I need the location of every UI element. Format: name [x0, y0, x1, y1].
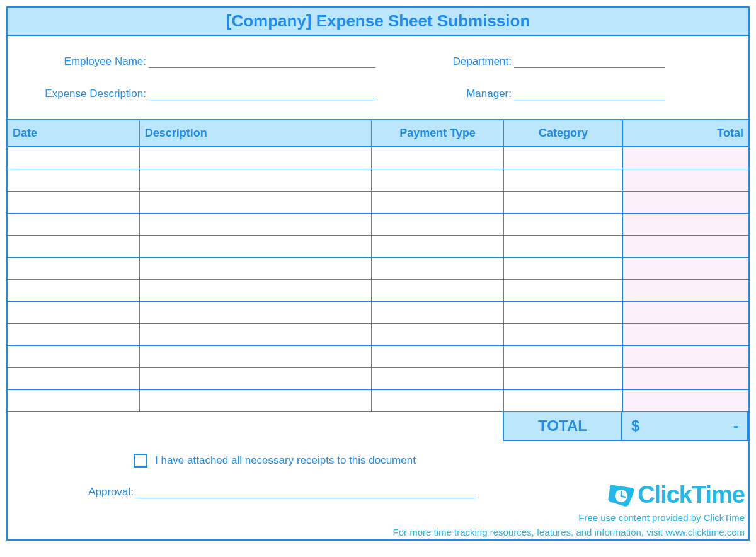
table-cell[interactable] [623, 368, 748, 390]
table-cell[interactable] [372, 258, 503, 280]
expense-description-input[interactable] [149, 87, 375, 100]
table-cell[interactable] [623, 214, 748, 236]
table-row [8, 324, 748, 346]
table-cell[interactable] [503, 258, 623, 280]
table-cell[interactable] [8, 258, 139, 280]
col-total: Total [623, 120, 748, 147]
table-cell[interactable] [503, 390, 623, 412]
table-cell[interactable] [139, 346, 372, 368]
table-cell[interactable] [139, 324, 372, 346]
table-cell[interactable] [8, 302, 139, 324]
table-cell[interactable] [139, 236, 372, 258]
table-cell[interactable] [139, 169, 372, 192]
table-cell[interactable] [8, 390, 139, 412]
table-cell[interactable] [623, 258, 748, 280]
table-cell[interactable] [623, 236, 748, 258]
table-cell[interactable] [623, 147, 748, 169]
table-cell[interactable] [372, 302, 503, 324]
table-cell[interactable] [8, 324, 139, 346]
total-amount: - [733, 417, 738, 435]
manager-input[interactable] [514, 87, 665, 100]
table-cell[interactable] [372, 192, 503, 214]
table-cell[interactable] [139, 214, 372, 236]
expense-table: Date Description Payment Type Category T… [8, 119, 748, 412]
table-cell[interactable] [372, 236, 503, 258]
table-cell[interactable] [503, 346, 623, 368]
table-row [8, 192, 748, 214]
department-label: Department: [436, 55, 514, 68]
table-cell[interactable] [503, 368, 623, 390]
table-cell[interactable] [623, 324, 748, 346]
header-fields: Employee Name: Department: Expense Descr… [8, 36, 748, 119]
table-row [8, 147, 748, 169]
total-value-cell: $ - [622, 412, 748, 441]
table-cell[interactable] [503, 214, 623, 236]
table-cell[interactable] [139, 368, 372, 390]
table-cell[interactable] [503, 147, 623, 169]
table-cell[interactable] [503, 236, 623, 258]
table-cell[interactable] [139, 258, 372, 280]
table-cell[interactable] [372, 147, 503, 169]
table-cell[interactable] [8, 169, 139, 192]
table-cell[interactable] [503, 169, 623, 192]
table-cell[interactable] [372, 368, 503, 390]
receipts-row: I have attached all necessary receipts t… [8, 441, 748, 468]
total-currency: $ [631, 417, 639, 435]
table-cell[interactable] [139, 280, 372, 302]
table-cell[interactable] [372, 280, 503, 302]
table-row [8, 258, 748, 280]
table-cell[interactable] [372, 214, 503, 236]
table-cell[interactable] [623, 280, 748, 302]
manager-label: Manager: [436, 88, 514, 100]
receipts-checkbox[interactable] [134, 454, 147, 468]
table-cell[interactable] [8, 280, 139, 302]
col-description: Description [139, 120, 372, 147]
table-cell[interactable] [503, 280, 623, 302]
table-cell[interactable] [8, 147, 139, 169]
department-input[interactable] [514, 55, 665, 68]
table-row [8, 280, 748, 302]
table-cell[interactable] [139, 302, 372, 324]
table-cell[interactable] [372, 346, 503, 368]
table-cell[interactable] [139, 147, 372, 169]
expense-description-label: Expense Description: [20, 88, 149, 100]
table-cell[interactable] [623, 346, 748, 368]
table-header-row: Date Description Payment Type Category T… [8, 120, 748, 147]
table-cell[interactable] [372, 390, 503, 412]
total-row: TOTAL $ - [8, 412, 748, 441]
table-cell[interactable] [503, 302, 623, 324]
table-row [8, 390, 748, 412]
table-cell[interactable] [372, 324, 503, 346]
table-cell[interactable] [503, 324, 623, 346]
table-cell[interactable] [372, 169, 503, 192]
table-cell[interactable] [8, 346, 139, 368]
approval-input[interactable] [136, 485, 476, 498]
employee-name-label: Employee Name: [20, 55, 149, 68]
col-category: Category [503, 120, 623, 147]
table-cell[interactable] [8, 192, 139, 214]
employee-name-input[interactable] [149, 55, 375, 68]
total-label: TOTAL [503, 412, 622, 441]
approval-label: Approval: [8, 486, 136, 498]
page-title: [Company] Expense Sheet Submission [8, 8, 748, 36]
table-cell[interactable] [8, 236, 139, 258]
table-cell[interactable] [139, 390, 372, 412]
footer-line-2: For more time tracking resources, featur… [8, 525, 745, 540]
table-cell[interactable] [623, 390, 748, 412]
table-row [8, 236, 748, 258]
clicktime-logo-icon [607, 483, 635, 507]
col-payment-type: Payment Type [372, 120, 503, 147]
table-cell[interactable] [8, 214, 139, 236]
table-cell[interactable] [8, 368, 139, 390]
table-row [8, 214, 748, 236]
table-row [8, 346, 748, 368]
col-date: Date [8, 120, 139, 147]
table-cell[interactable] [503, 192, 623, 214]
table-cell[interactable] [623, 169, 748, 192]
table-cell[interactable] [139, 192, 372, 214]
footer-line-1: Free use content provided by ClickTime [8, 511, 745, 525]
table-cell[interactable] [623, 302, 748, 324]
table-cell[interactable] [623, 192, 748, 214]
clicktime-logo-text: ClickTime [638, 481, 745, 508]
footer: Free use content provided by ClickTime F… [8, 511, 748, 539]
